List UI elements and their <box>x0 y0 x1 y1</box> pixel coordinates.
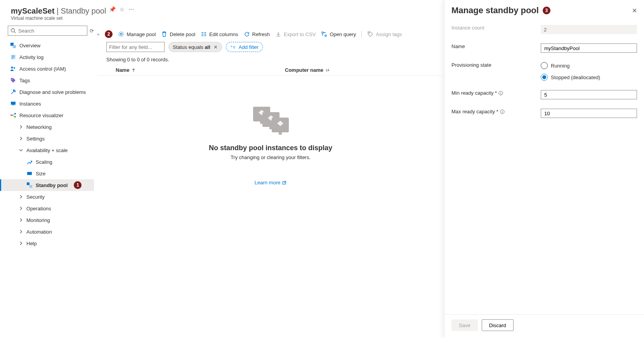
svg-point-28 <box>369 33 370 33</box>
discard-button[interactable]: Discard <box>482 319 514 331</box>
svg-rect-11 <box>11 102 16 105</box>
pool-icon <box>26 182 33 188</box>
nav-scaling[interactable]: Scaling <box>8 156 94 168</box>
nav-instances[interactable]: Instances <box>8 98 94 109</box>
nav-group-settings[interactable]: Settings <box>8 133 94 144</box>
vmss-small-icon <box>10 42 16 49</box>
column-header-computer-name[interactable]: Computer name <box>285 67 330 73</box>
callout-badge-1: 1 <box>74 181 82 189</box>
field-min-ready-capacity[interactable] <box>541 90 637 99</box>
cmd-delete-pool[interactable]: Delete pool <box>161 31 195 37</box>
add-filter-icon: ⁺▿ <box>230 44 236 50</box>
blade-header: myScaleSet | Standby pool Virtual machin… <box>8 6 94 21</box>
radio-unchecked-icon <box>541 62 548 69</box>
svg-rect-17 <box>27 182 30 185</box>
scaling-icon <box>26 159 33 165</box>
chevron-down-icon <box>19 148 23 153</box>
vm-icon <box>10 101 16 107</box>
label-instance-count: Instance count <box>451 25 541 31</box>
chevron-right-icon <box>19 206 23 211</box>
field-instance-count <box>541 25 637 34</box>
refresh-icon <box>244 31 250 37</box>
cmd-assign-tags: Assign tags <box>367 31 402 37</box>
label-provisioning-state: Provisioning state <box>451 62 541 68</box>
nav-group-automation[interactable]: Automation <box>8 226 94 237</box>
tag-outline-icon <box>367 31 373 37</box>
svg-rect-12 <box>12 105 14 106</box>
nav-group-monitoring[interactable]: Monitoring <box>8 214 94 226</box>
radio-stopped-deallocated[interactable]: Stopped (deallocated) <box>541 74 637 81</box>
label-min-ready-capacity: Min ready capacity * <box>451 90 541 96</box>
nav-overview[interactable]: Overview <box>8 40 94 51</box>
svg-rect-16 <box>27 172 32 175</box>
manage-pool-panel: Manage standby pool 3 ✕ Instance count N… <box>444 0 644 338</box>
sidebar-search[interactable] <box>8 26 87 36</box>
field-name[interactable] <box>541 43 637 53</box>
cmd-edit-columns[interactable]: Edit columns <box>201 31 238 37</box>
nav-group-networking[interactable]: Networking <box>8 121 94 133</box>
cmd-refresh[interactable]: Refresh <box>244 31 270 37</box>
column-header-name[interactable]: Name <box>106 67 285 73</box>
people-icon <box>10 66 16 72</box>
field-max-ready-capacity[interactable] <box>541 109 637 118</box>
nav-diagnose[interactable]: Diagnose and solve problems <box>8 86 94 98</box>
clear-status-filter-icon[interactable]: ✕ <box>214 44 218 50</box>
info-icon[interactable] <box>500 109 505 114</box>
records-summary: Showing 0 to 0 of 0 records. <box>97 52 444 65</box>
table-header: Name Computer name <box>97 65 444 76</box>
sort-asc-icon <box>131 68 136 73</box>
chevron-right-icon <box>19 136 23 141</box>
empty-title: No standby pool instances to display <box>97 144 444 152</box>
close-panel-icon[interactable]: ✕ <box>632 7 637 14</box>
callout-badge-2: 2 <box>105 30 113 38</box>
nav-group-security[interactable]: Security <box>8 191 94 203</box>
log-icon <box>10 54 16 60</box>
nav-group-help[interactable]: Help <box>8 237 94 249</box>
empty-subtitle: Try changing or clearing your filters. <box>97 154 444 160</box>
sidebar: myScaleSet | Standby pool Virtual machin… <box>0 0 97 338</box>
svg-line-4 <box>14 32 16 33</box>
wrench-icon <box>10 89 16 95</box>
collapse-nav-icon[interactable]: « <box>97 32 99 36</box>
nav-tags[interactable]: Tags <box>8 75 94 86</box>
nav-resource-visualizer[interactable]: Resource visualizer <box>8 109 94 121</box>
nav-activity-log[interactable]: Activity log <box>8 51 94 63</box>
cmd-manage-pool[interactable]: Manage pool <box>118 31 156 37</box>
field-filter-input[interactable] <box>106 42 165 52</box>
page-subtitle: Virtual machine scale set <box>11 16 106 21</box>
nav-standby-pool[interactable]: Standby pool 1 <box>0 179 94 191</box>
info-icon[interactable] <box>498 91 503 95</box>
expand-icon[interactable]: ⟳ <box>90 28 94 34</box>
nav-group-availability-scale[interactable]: Availability + scale <box>8 144 94 156</box>
status-filter-pill[interactable]: Status equals all ✕ <box>168 42 222 52</box>
svg-point-8 <box>11 67 13 69</box>
nav-iam[interactable]: Access control (IAM) <box>8 63 94 75</box>
svg-point-26 <box>322 32 323 33</box>
nav-size[interactable]: Size <box>8 168 94 179</box>
chevron-right-icon <box>19 218 23 222</box>
svg-point-10 <box>12 79 12 80</box>
add-filter-button[interactable]: ⁺▿ Add filter <box>226 42 263 52</box>
svg-point-14 <box>14 113 16 114</box>
svg-point-9 <box>14 67 15 69</box>
save-button: Save <box>451 319 478 331</box>
callout-badge-3: 3 <box>543 7 550 14</box>
toolbar-separator <box>361 31 362 38</box>
columns-icon <box>201 31 207 37</box>
radio-running[interactable]: Running <box>541 62 637 69</box>
nav-group-operations[interactable]: Operations <box>8 203 94 214</box>
sort-both-icon <box>325 68 330 73</box>
svg-point-13 <box>10 114 12 116</box>
chevron-right-icon <box>19 194 23 199</box>
learn-more-link[interactable]: Learn more <box>255 180 286 185</box>
external-link-icon <box>282 180 286 185</box>
search-input[interactable] <box>17 28 85 34</box>
chevron-right-icon <box>19 241 23 246</box>
search-icon <box>10 28 16 33</box>
svg-point-15 <box>14 116 16 118</box>
page-title: myScaleSet | Standby pool <box>11 6 106 16</box>
radio-checked-icon <box>541 74 548 81</box>
cmd-open-query[interactable]: Open query <box>321 31 356 37</box>
svg-rect-18 <box>30 185 32 188</box>
tag-icon <box>10 77 16 83</box>
